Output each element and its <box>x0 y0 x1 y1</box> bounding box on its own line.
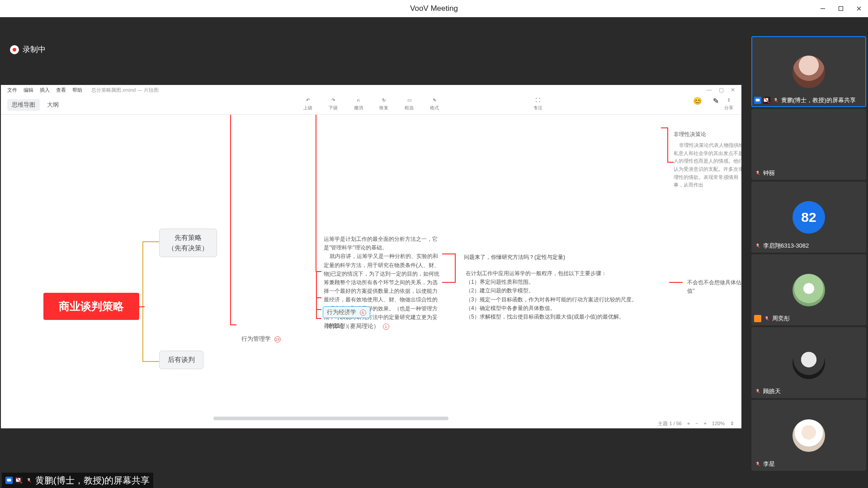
node-negotiation[interactable]: 后有谈判 <box>159 351 203 369</box>
connector <box>230 324 236 325</box>
tool-next[interactable]: ↷下级 <box>329 96 338 111</box>
tool-share[interactable]: ⇪分享 <box>724 96 733 111</box>
node-non-rational[interactable]: 非理性决策论 非理性决策论代表人物指供给私意人和社会学的其出发点不是人的理性也而… <box>674 130 741 189</box>
connector <box>142 241 143 362</box>
participant-name: 周奕彤 <box>772 314 790 323</box>
svg-rect-9 <box>7 479 11 481</box>
right-focus: ⛶专注 <box>533 96 542 111</box>
screen-share-icon <box>754 97 761 104</box>
tool-focus[interactable]: ⛶专注 <box>533 96 542 111</box>
participant-name: 黄鹏(博士，教授)的屏幕共享 <box>781 96 856 104</box>
numeric-avatar: 82 <box>793 201 825 234</box>
tool-undo[interactable]: ⎌撤消 <box>354 96 363 111</box>
center-tools: ↶上级 ↷下级 ⎌撤消 ↻恢复 ▭框选 ✎格式 <box>303 96 439 111</box>
count-badge: 1 <box>383 324 389 330</box>
participant-tile[interactable]: 周奕彤 <box>751 254 866 325</box>
record-icon <box>10 45 19 54</box>
node-steps[interactable]: 在计划工作中应用运筹学的一般程序，包括以下主要步骤： （1）界定问题性质和范围。… <box>466 269 656 321</box>
fit-icon[interactable]: ⌖ <box>687 421 690 427</box>
connector <box>316 272 317 319</box>
maximize-button[interactable] <box>832 0 850 17</box>
node-behavioral-econ[interactable]: 行为经济学 6 <box>323 306 370 318</box>
menu-help[interactable]: 帮助 <box>72 87 82 94</box>
mic-muted-icon <box>772 97 779 104</box>
node-mgmt[interactable]: 行为管理学 18 <box>238 333 284 344</box>
mic-muted-icon <box>754 388 761 395</box>
connector <box>230 115 231 325</box>
menu-view[interactable]: 查看 <box>56 87 66 94</box>
mic-muted-icon <box>25 477 33 484</box>
connector <box>661 127 667 128</box>
tool-format[interactable]: ✎格式 <box>430 96 439 111</box>
status-bar: 主题 1 / 56 ⌖ − + 120% ⇕ <box>1 418 741 428</box>
participant-tile[interactable]: 82李启翔6313-3082 <box>751 182 866 253</box>
menu-edit[interactable]: 编辑 <box>24 87 33 94</box>
connector <box>316 297 321 298</box>
menu-insert[interactable]: 插入 <box>40 87 50 94</box>
close-button[interactable] <box>850 0 868 17</box>
tool-prev[interactable]: ↶上级 <box>303 96 312 111</box>
connector <box>667 127 668 163</box>
badge-icon <box>754 315 761 322</box>
participant-tile[interactable]: 李星 <box>751 400 866 471</box>
participant-name: 李星 <box>763 460 775 468</box>
connector <box>139 306 145 307</box>
node-first-strategy[interactable]: 先有策略 （先有决策） <box>159 229 217 257</box>
tab-outline[interactable]: 大纲 <box>47 101 59 109</box>
connector <box>667 162 674 163</box>
right-share: ⇪分享 <box>724 96 733 111</box>
count-badge: 18 <box>274 336 281 343</box>
participant-name-bar: 李启翔6313-3082 <box>754 242 809 250</box>
minimize-button[interactable] <box>814 0 832 17</box>
node-side[interactable]: 不会也不会想做具体估值" <box>687 278 741 296</box>
view-tabs: 思维导图 大纲 <box>1 95 59 114</box>
app-toolbar: 思维导图 大纲 ↶上级 ↷下级 ⎌撤消 ↻恢复 ▭框选 ✎格式 ⛶专注 ⇪分享 … <box>1 95 741 115</box>
participant-tile[interactable]: 钟丽 <box>751 109 866 180</box>
participant-name-bar: 钟丽 <box>754 169 775 177</box>
app-title: VooV Meeting <box>410 4 458 13</box>
tab-mindmap[interactable]: 思维导图 <box>7 99 40 111</box>
avatar <box>793 347 825 379</box>
mic-muted-icon <box>763 315 770 322</box>
page-count: 主题 1 / 56 <box>658 420 682 427</box>
video-off-icon <box>15 477 23 484</box>
emoji-icon[interactable]: 😊 <box>693 97 702 105</box>
node-question[interactable]: 问题来了，你懂研究方法吗？(定性与定量) <box>464 253 565 262</box>
doc-name: 总分策略脑图.xmind — 片段图 <box>91 87 159 94</box>
connector <box>142 361 160 362</box>
presenter-name: 黄鹏(博士，教授)的屏幕共享 <box>35 474 150 487</box>
mic-muted-icon <box>754 460 761 468</box>
brush-icon[interactable]: ✎ <box>713 97 719 105</box>
participant-name-bar: 周奕彤 <box>754 314 790 323</box>
zoom-out[interactable]: − <box>695 421 698 426</box>
node-game-theory[interactable]: 博弈论（赛局理论） 1 <box>323 321 393 332</box>
avatar <box>793 419 825 452</box>
avatar <box>793 274 825 306</box>
menu-file[interactable]: 文件 <box>7 87 17 94</box>
recording-label: 录制中 <box>23 44 46 55</box>
connector <box>442 253 456 254</box>
connector <box>669 282 683 283</box>
zoom-in[interactable]: + <box>703 421 706 426</box>
recording-indicator: 录制中 <box>10 44 46 55</box>
connector <box>142 241 160 242</box>
avatar <box>793 56 825 88</box>
mic-muted-icon <box>754 242 761 249</box>
participant-name: 李启翔6313-3082 <box>763 242 809 250</box>
zoom-stepper[interactable]: ⇕ <box>730 421 734 427</box>
participant-name-bar: 黄鹏(博士，教授)的屏幕共享 <box>754 96 856 104</box>
participant-tile[interactable]: 顾皓天 <box>751 327 866 398</box>
inner-window-controls[interactable]: — ▢ ✕ <box>706 87 738 93</box>
tool-frame[interactable]: ▭框选 <box>405 96 414 111</box>
connector <box>316 318 321 319</box>
mindmap-canvas[interactable]: 商业谈判策略 先有策略 （先有决策） 后有谈判 运筹学是计划工作的最全面的分析方… <box>1 115 741 418</box>
participant-tile[interactable]: 黄鹏(博士，教授)的屏幕共享 <box>751 36 866 107</box>
connector <box>455 253 456 283</box>
connector <box>442 282 456 283</box>
root-node[interactable]: 商业谈判策略 <box>43 293 139 320</box>
participant-name-bar: 李星 <box>754 460 775 468</box>
connector <box>316 115 316 272</box>
tool-redo[interactable]: ↻恢复 <box>379 96 388 111</box>
participant-name-bar: 顾皓天 <box>754 387 781 395</box>
right-iconbtns: 😊 ✎ <box>693 97 719 105</box>
